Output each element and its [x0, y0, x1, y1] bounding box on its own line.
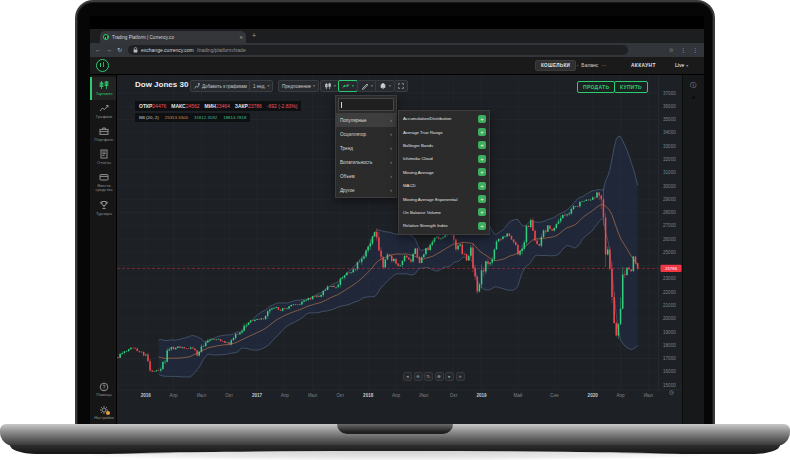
forward-icon[interactable]: →	[106, 47, 112, 53]
collapse-panel-icon[interactable]	[690, 94, 697, 101]
scroll-left-button[interactable]: ◂	[403, 372, 412, 381]
sidebar-item-charts[interactable]: Графики	[90, 100, 116, 123]
alerts-button[interactable]: ▾	[375, 80, 395, 92]
menu-category-oscillator[interactable]: Осциллятор›	[336, 127, 396, 141]
bb-mid-value: 25313.5500	[165, 115, 188, 120]
fullscreen-button[interactable]	[394, 80, 408, 92]
add-indicator-button[interactable]: +	[478, 115, 486, 123]
timezone-clock-icon[interactable]: ◷	[669, 389, 674, 395]
browser-menu-icon[interactable]: ⋮	[692, 46, 698, 53]
svg-text:18000: 18000	[663, 343, 676, 348]
svg-text:2016: 2016	[141, 393, 152, 398]
svg-text:19000: 19000	[663, 330, 676, 335]
svg-text:35000: 35000	[663, 117, 676, 122]
chart-panel: 3700036000350003400033000320003100030000…	[117, 75, 682, 425]
menu-category-other[interactable]: Другое›	[336, 183, 396, 197]
open-value: 24476	[152, 103, 166, 109]
svg-text:2017: 2017	[252, 393, 263, 398]
go-to-latest-button[interactable]: »	[456, 372, 465, 381]
svg-text:23000: 23000	[663, 276, 676, 281]
platform-logo-icon[interactable]	[96, 59, 109, 72]
chart-type-selector[interactable]: ▾	[320, 80, 340, 92]
url-bar[interactable]: exchange.currency.com/trading/platform/t…	[128, 45, 628, 55]
zoom-out-button[interactable]: ⊖	[414, 372, 423, 381]
new-tab-button[interactable]: +	[252, 32, 256, 39]
indicator-search-input[interactable]	[338, 98, 394, 111]
timeframe-selector[interactable]: 1 нед. ▾	[249, 80, 273, 92]
svg-text:27000: 27000	[663, 223, 676, 228]
add-indicator-button[interactable]: +	[478, 128, 486, 136]
indicator-item[interactable]: Bollinger Bands+	[399, 139, 489, 152]
settings-notification-badge	[106, 411, 110, 415]
svg-text:22000: 22000	[663, 290, 676, 295]
reload-icon[interactable]: ↻	[117, 47, 122, 53]
sidebar-item-label: Торговля	[95, 92, 114, 97]
indicator-item[interactable]: On Balance Volume+	[399, 206, 489, 219]
info-icon[interactable]: ⓘ	[690, 81, 696, 90]
sidebar-item-settings[interactable]: Настройки	[90, 402, 116, 425]
back-icon[interactable]: ←	[95, 47, 101, 53]
svg-text:23786: 23786	[665, 266, 678, 271]
sidebar-item-label: Графики	[95, 115, 113, 120]
sidebar-item-trading[interactable]: Торговля	[90, 77, 116, 100]
svg-text:Апр: Апр	[281, 393, 290, 398]
indicator-item[interactable]: Ichimoku Cloud+	[399, 152, 489, 165]
menu-category-popular[interactable]: Популярные›	[336, 113, 396, 127]
indicator-item[interactable]: Moving Average+	[399, 166, 489, 179]
add-indicator-button[interactable]: +	[478, 155, 486, 163]
menu-category-trend[interactable]: Тренд›	[336, 141, 396, 155]
laptop-lid: Trading Platform | Currency.co ✕ + ← → ↻…	[75, 0, 715, 425]
account-button[interactable]: АККАУНТ	[631, 63, 656, 68]
add-indicator-button[interactable]: +	[478, 195, 486, 203]
svg-text:30000: 30000	[663, 184, 676, 189]
svg-text:33000: 33000	[663, 144, 676, 149]
extensions-icon[interactable]: ⋮	[680, 46, 686, 53]
menu-category-volatility[interactable]: Волатильность›	[336, 155, 396, 169]
live-mode-selector[interactable]: Live ▾	[675, 62, 688, 68]
indicator-item[interactable]: Moving Average Exponential+	[399, 192, 489, 205]
bookmark-star-icon[interactable]: ☆	[669, 46, 674, 53]
laptop-base-notch	[337, 424, 453, 434]
close-value: 23786	[248, 103, 262, 109]
bb-upper-value: 31812.3182	[194, 115, 217, 120]
add-indicator-button[interactable]: +	[478, 222, 486, 230]
trophy-icon	[99, 200, 109, 210]
balance-more-icon[interactable]: ⋯	[601, 62, 606, 68]
indicator-item[interactable]: Relative Strength Index+	[399, 219, 489, 232]
add-indicator-button[interactable]: +	[478, 182, 486, 190]
zoom-in-button[interactable]: ⊕	[435, 372, 444, 381]
chevron-right-icon: ›	[390, 159, 392, 165]
laptop-screen: Trading Platform | Currency.co ✕ + ← → ↻…	[90, 16, 704, 425]
draw-tools-button[interactable]: ▾	[357, 80, 377, 92]
tab-close-icon[interactable]: ✕	[239, 35, 243, 40]
wallets-button[interactable]: КОШЕЛЬКИ	[535, 60, 576, 71]
svg-text:17000: 17000	[663, 356, 676, 361]
add-indicator-button[interactable]: +	[478, 168, 486, 176]
sidebar-item-portfolio[interactable]: Портфель	[90, 123, 116, 146]
browser-tab[interactable]: Trading Platform | Currency.co ✕	[100, 31, 246, 43]
add-indicator-button[interactable]: +	[478, 208, 486, 216]
sidebar-item-tournaments[interactable]: Турниры	[90, 197, 116, 220]
scroll-right-button[interactable]: ▸	[445, 372, 454, 381]
buy-button[interactable]: КУПИТЬ	[614, 81, 648, 93]
sidebar-item-deposit[interactable]: Ввести средства	[90, 169, 116, 197]
indicator-item[interactable]: Accumulation/Distribution+	[399, 112, 489, 125]
url-path: /trading/platform/trade	[197, 47, 246, 53]
svg-text:21000: 21000	[663, 303, 676, 308]
menu-category-volume[interactable]: Объем›	[336, 169, 396, 183]
indicator-item[interactable]: MACD+	[399, 179, 489, 192]
report-icon	[99, 149, 109, 159]
offer-selector[interactable]: Предложение ▾	[278, 80, 319, 92]
indicator-item[interactable]: Average True Range+	[399, 125, 489, 138]
svg-text:2018: 2018	[363, 393, 374, 398]
sidebar-item-help[interactable]: Помощь	[90, 379, 116, 402]
sell-button[interactable]: ПРОДАТЬ	[577, 81, 615, 93]
reset-view-button[interactable]: ↻	[424, 372, 433, 381]
add-indicator-button[interactable]: +	[478, 141, 486, 149]
balance-control[interactable]: ‹ Баланс ⋯	[577, 62, 606, 68]
indicators-button[interactable]: ▾	[338, 80, 358, 92]
sidebar-item-reports[interactable]: Отчеты	[90, 146, 116, 169]
pencil-icon	[361, 82, 369, 90]
laptop-shadow	[90, 451, 700, 460]
add-to-charts-button[interactable]: Добавить к графикам	[190, 80, 251, 92]
